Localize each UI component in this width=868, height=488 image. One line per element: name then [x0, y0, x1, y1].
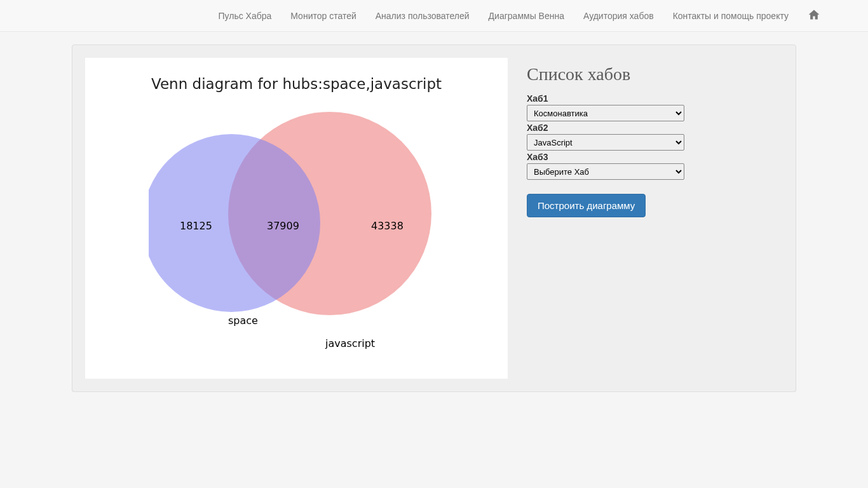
venn-value-both: 37909: [267, 220, 299, 232]
nav-users[interactable]: Анализ пользователей: [376, 11, 470, 21]
home-icon[interactable]: [808, 13, 820, 23]
nav-audience[interactable]: Аудитория хабов: [583, 11, 654, 21]
venn-label-b: javascript: [325, 337, 375, 349]
venn-svg: [149, 102, 441, 369]
venn-label-a: space: [228, 315, 258, 327]
nav-pulse[interactable]: Пульс Хабра: [218, 11, 271, 21]
hub3-label: Хаб3: [527, 152, 783, 162]
venn-value-only-b: 43338: [371, 220, 403, 232]
nav-list: Пульс Хабра Монитор статей Анализ пользо…: [208, 0, 830, 32]
content-row: Venn diagram for hubs:space,javascript 1…: [85, 58, 783, 379]
content-panel: Venn diagram for hubs:space,javascript 1…: [72, 44, 796, 392]
hub2-group: Хаб2 JavaScript: [527, 123, 783, 151]
hub1-group: Хаб1 Космонавтика: [527, 93, 783, 121]
hub1-select[interactable]: Космонавтика: [527, 105, 684, 121]
main-container: Venn diagram for hubs:space,javascript 1…: [62, 44, 806, 392]
chart-title: Venn diagram for hubs:space,javascript: [151, 76, 442, 92]
hub3-select[interactable]: Выберите Хаб: [527, 163, 684, 180]
sidebar-title: Список хабов: [527, 64, 783, 85]
nav-contact[interactable]: Контакты и помощь проекту: [673, 11, 789, 21]
build-diagram-button[interactable]: Построить диаграмму: [527, 194, 646, 217]
hub1-label: Хаб1: [527, 93, 783, 104]
sidebar: Список хабов Хаб1 Космонавтика Хаб2 Java…: [527, 58, 783, 379]
top-navbar: Пульс Хабра Монитор статей Анализ пользо…: [0, 0, 868, 32]
hub2-select[interactable]: JavaScript: [527, 134, 684, 151]
venn-value-only-a: 18125: [180, 220, 212, 232]
nav-monitor[interactable]: Монитор статей: [290, 11, 356, 21]
hub2-label: Хаб2: [527, 123, 783, 133]
hub3-group: Хаб3 Выберите Хаб: [527, 152, 783, 180]
venn-chart: Venn diagram for hubs:space,javascript 1…: [85, 58, 508, 379]
nav-venn[interactable]: Диаграммы Венна: [489, 11, 564, 21]
